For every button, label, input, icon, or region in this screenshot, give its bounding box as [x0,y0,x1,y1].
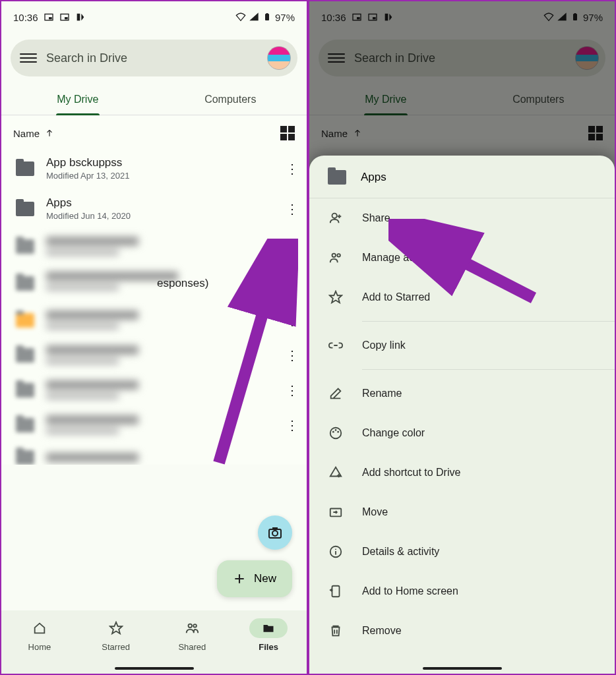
file-item-blurred[interactable]: ⋮ [1,229,307,264]
folder-icon [16,383,34,397]
wifi-icon [543,12,554,22]
file-meta: Modified Jun 14, 2020 [46,211,272,221]
palette-icon [328,426,343,440]
sheet-shortcut[interactable]: Add shortcut to Drive [309,453,615,492]
sheet-label: Add to Home screen [362,585,458,597]
svg-rect-4 [77,14,80,21]
tab-my-drive[interactable]: My Drive [1,86,154,115]
sheet-move[interactable]: Move [309,492,615,532]
svg-rect-9 [272,527,278,530]
file-name: Apps [46,196,272,210]
sheet-remove[interactable]: Remove [309,611,615,651]
people-icon [328,250,343,265]
folder-icon [261,622,276,635]
person-add-icon [328,211,343,225]
sheet-details[interactable]: Details & activity [309,532,615,572]
sort-button[interactable]: Name [13,128,54,139]
more-icon[interactable]: ⋮ [284,347,300,363]
sheet-label: Manage access [362,252,436,264]
svg-rect-5 [265,14,269,20]
folder-icon [16,202,34,216]
sort-button[interactable]: Name [321,128,362,139]
nav-label: Starred [102,642,130,652]
trash-icon [328,624,343,638]
nav-shared[interactable]: Shared [173,618,211,652]
file-item[interactable]: Apps Modified Jun 14, 2020 ⋮ [1,189,307,229]
svg-rect-1 [49,17,52,19]
more-icon[interactable]: ⋮ [284,239,300,254]
grid-view-icon[interactable] [588,126,603,140]
more-icon[interactable]: ⋮ [284,312,300,328]
file-item-blurred[interactable]: ⋮ [1,338,307,372]
file-item-blurred[interactable]: esponses) ⋮ [1,264,307,303]
svg-point-26 [337,431,339,433]
sheet-label: Rename [362,388,402,399]
svg-point-8 [272,531,278,536]
svg-rect-17 [385,14,388,21]
file-item-blurred[interactable]: ⋮ [1,407,307,442]
phone-add-icon [328,584,343,599]
sheet-label: Add to Starred [362,291,430,303]
search-placeholder: Search in Drive [46,51,258,65]
link-icon [328,338,343,353]
star-icon [328,290,343,305]
sheet-share[interactable]: Share [309,198,615,238]
file-item-blurred[interactable]: ⋮ [1,303,307,338]
star-icon [109,621,123,635]
more-icon[interactable]: ⋮ [284,276,300,291]
sort-label: Name [13,128,40,139]
sheet-starred[interactable]: Add to Starred [309,278,615,317]
svg-rect-16 [373,17,376,19]
svg-rect-3 [65,17,68,19]
file-name: App bsckuppss [46,156,272,169]
nav-label: Shared [178,642,206,652]
tab-computers[interactable]: Computers [154,86,307,115]
search-placeholder: Search in Drive [354,51,566,65]
sort-row: Name [1,115,307,148]
file-item[interactable]: App bsckuppss Modified Apr 13, 2021 ⋮ [1,148,307,189]
menu-icon[interactable] [20,53,37,63]
grid-view-icon[interactable] [280,126,295,140]
nav-label: Home [28,642,51,652]
sheet-manage[interactable]: Manage access [309,238,615,278]
move-icon [328,505,343,519]
search-bar[interactable]: Search in Drive [11,40,297,76]
nav-files[interactable]: Files [249,618,288,652]
svg-point-10 [189,624,193,628]
camera-fab[interactable] [258,515,292,550]
nav-handle [423,667,502,670]
tab-computers[interactable]: Computers [462,86,615,115]
tab-my-drive[interactable]: My Drive [309,86,462,115]
people-icon [184,621,200,635]
sheet-copy-link[interactable]: Copy link [309,326,615,365]
folder-icon [16,239,34,254]
nav-home[interactable]: Home [20,618,59,652]
battery-icon [262,12,272,22]
file-item-blurred[interactable] [1,442,307,465]
sheet-color[interactable]: Change color [309,413,615,453]
more-icon[interactable]: ⋮ [284,417,300,433]
signal-icon [557,12,567,22]
sheet-rename[interactable]: Rename [309,374,615,413]
avatar[interactable] [575,46,599,70]
sort-label: Name [321,128,348,139]
sheet-homescreen[interactable]: Add to Home screen [309,572,615,611]
arrow-up-icon [45,129,54,138]
sheet-label: Details & activity [362,546,439,558]
more-icon[interactable]: ⋮ [284,382,300,398]
svg-rect-18 [573,14,577,20]
status-bar: 10:36 97% [1,1,307,30]
folder-icon [16,276,34,291]
media-icon [75,12,86,22]
more-icon[interactable]: ⋮ [284,201,300,217]
nav-starred[interactable]: Starred [97,618,135,652]
sheet-label: Add shortcut to Drive [362,467,460,479]
file-item-blurred[interactable]: ⋮ [1,372,307,407]
file-meta: Modified Apr 13, 2021 [46,171,272,181]
menu-icon[interactable] [328,53,345,63]
new-fab[interactable]: New [217,560,292,597]
wifi-icon [235,12,246,22]
more-icon[interactable]: ⋮ [284,161,300,177]
avatar[interactable] [267,46,291,70]
search-bar[interactable]: Search in Drive [319,40,605,76]
